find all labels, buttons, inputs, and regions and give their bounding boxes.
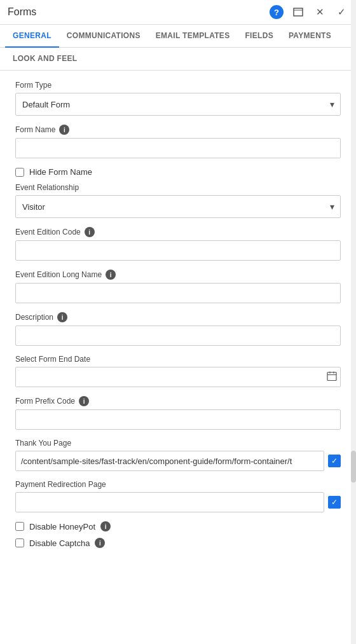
payment-redirection-page-checkmark: ✓ <box>331 498 338 507</box>
event-edition-code-group: Event Edition Code i <box>15 227 341 261</box>
event-relationship-group: Event Relationship Visitor Exhibitor Spe… <box>15 183 341 218</box>
form-end-date-wrapper <box>15 367 341 387</box>
disable-captcha-label: Disable Captcha <box>29 538 90 548</box>
form-name-group: Form Name i <box>15 125 341 158</box>
payment-redirection-page-input-row: ✓ <box>15 492 341 512</box>
event-relationship-label: Event Relationship <box>15 183 341 192</box>
form-prefix-code-input[interactable] <box>15 409 341 430</box>
form-content: Form Type Default Form Registration Form… <box>0 71 356 565</box>
tab-email-templates[interactable]: EMAIL TEMPLATES <box>148 25 238 48</box>
close-icon[interactable]: ✕ <box>313 5 327 19</box>
tab-navigation-row1: GENERAL COMMUNICATIONS EMAIL TEMPLATES F… <box>0 25 356 48</box>
window-title: Forms <box>8 6 270 18</box>
thank-you-page-label: Thank You Page <box>15 439 341 448</box>
form-end-date-group: Select Form End Date <box>15 355 341 387</box>
disable-captcha-info-icon[interactable]: i <box>95 538 105 548</box>
event-edition-code-input[interactable] <box>15 240 341 261</box>
event-relationship-select-wrapper: Visitor Exhibitor Speaker ▾ <box>15 195 341 218</box>
event-edition-code-info-icon[interactable]: i <box>85 227 95 237</box>
disable-honeypot-label: Disable HoneyPot <box>29 522 95 531</box>
thank-you-page-checkmark: ✓ <box>331 456 338 465</box>
scrollbar-thumb[interactable] <box>351 451 356 483</box>
description-input[interactable] <box>15 325 341 346</box>
form-name-input[interactable] <box>15 138 341 158</box>
title-bar: Forms ? ✕ ✓ <box>0 0 356 25</box>
check-icon[interactable]: ✓ <box>334 5 348 19</box>
form-prefix-code-group: Form Prefix Code i <box>15 396 341 430</box>
tab-payments[interactable]: PAYMENTS <box>281 25 339 48</box>
disable-honeypot-group: Disable HoneyPot i <box>15 521 341 531</box>
form-end-date-input[interactable] <box>15 367 341 387</box>
form-prefix-code-label: Form Prefix Code i <box>15 396 341 406</box>
form-type-label: Form Type <box>15 81 341 90</box>
thank-you-page-input-row: ✓ <box>15 451 341 471</box>
payment-redirection-page-group: Payment Redirection Page ✓ <box>15 480 341 512</box>
hide-form-name-checkbox[interactable] <box>15 168 24 177</box>
form-name-label: Form Name i <box>15 125 341 135</box>
hide-form-name-label: Hide Form Name <box>29 167 92 177</box>
event-edition-code-label: Event Edition Code i <box>15 227 341 237</box>
description-label: Description i <box>15 312 341 322</box>
tab-navigation-row2: LOOK AND FEEL <box>0 48 356 71</box>
title-bar-icons: ? ✕ ✓ <box>270 5 348 19</box>
form-end-date-label: Select Form End Date <box>15 355 341 364</box>
description-info-icon[interactable]: i <box>57 312 67 322</box>
disable-captcha-checkbox[interactable] <box>15 538 24 547</box>
scrollbar-track <box>351 0 356 644</box>
disable-honeypot-info-icon[interactable]: i <box>100 521 111 531</box>
payment-redirection-page-input[interactable] <box>15 492 324 512</box>
payment-redirection-page-label: Payment Redirection Page <box>15 480 341 489</box>
thank-you-page-group: Thank You Page ✓ <box>15 439 341 471</box>
event-edition-long-name-info-icon[interactable]: i <box>106 270 116 280</box>
description-group: Description i <box>15 312 341 346</box>
window-icon[interactable] <box>291 5 305 19</box>
form-name-info-icon[interactable]: i <box>59 125 69 135</box>
disable-honeypot-checkbox[interactable] <box>15 522 24 531</box>
event-relationship-select[interactable]: Visitor Exhibitor Speaker <box>15 195 341 218</box>
event-edition-long-name-group: Event Edition Long Name i <box>15 270 341 303</box>
svg-rect-0 <box>294 8 303 16</box>
disable-captcha-group: Disable Captcha i <box>15 538 341 548</box>
tab-fields[interactable]: FIELDS <box>237 25 280 48</box>
thank-you-page-input[interactable] <box>15 451 324 471</box>
form-type-select[interactable]: Default Form Registration Form Survey Fo… <box>15 93 341 116</box>
event-edition-long-name-label: Event Edition Long Name i <box>15 270 341 280</box>
hide-form-name-group: Hide Form Name <box>15 167 341 177</box>
tab-communications[interactable]: COMMUNICATIONS <box>59 25 148 48</box>
thank-you-page-checkbox[interactable]: ✓ <box>328 455 341 467</box>
tab-general[interactable]: GENERAL <box>5 25 59 48</box>
form-prefix-code-info-icon[interactable]: i <box>79 396 89 406</box>
help-icon[interactable]: ? <box>270 5 284 19</box>
tab-look-and-feel[interactable]: LOOK AND FEEL <box>5 48 85 71</box>
payment-redirection-page-checkbox[interactable]: ✓ <box>328 496 341 509</box>
form-type-select-wrapper: Default Form Registration Form Survey Fo… <box>15 93 341 116</box>
form-type-group: Form Type Default Form Registration Form… <box>15 81 341 116</box>
event-edition-long-name-input[interactable] <box>15 283 341 303</box>
